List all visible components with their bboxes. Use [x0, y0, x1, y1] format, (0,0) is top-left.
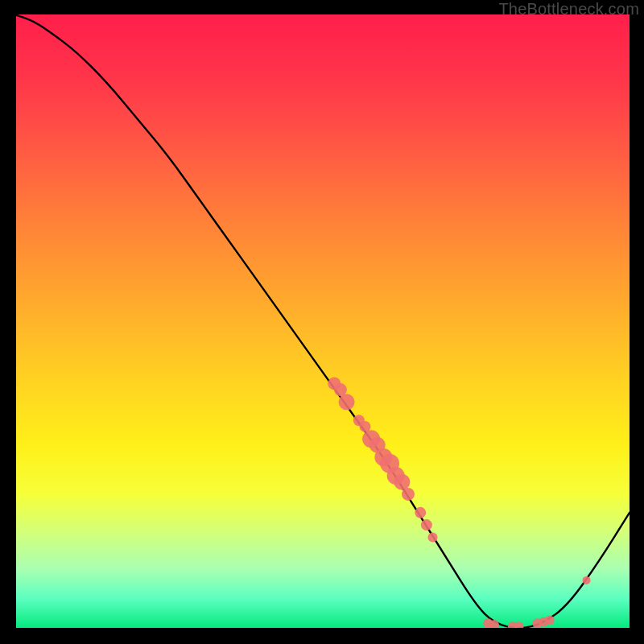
gradient-background [14, 14, 630, 630]
chart-frame: TheBottleneck.com [0, 0, 644, 644]
attribution-label: TheBottleneck.com [498, 0, 639, 19]
